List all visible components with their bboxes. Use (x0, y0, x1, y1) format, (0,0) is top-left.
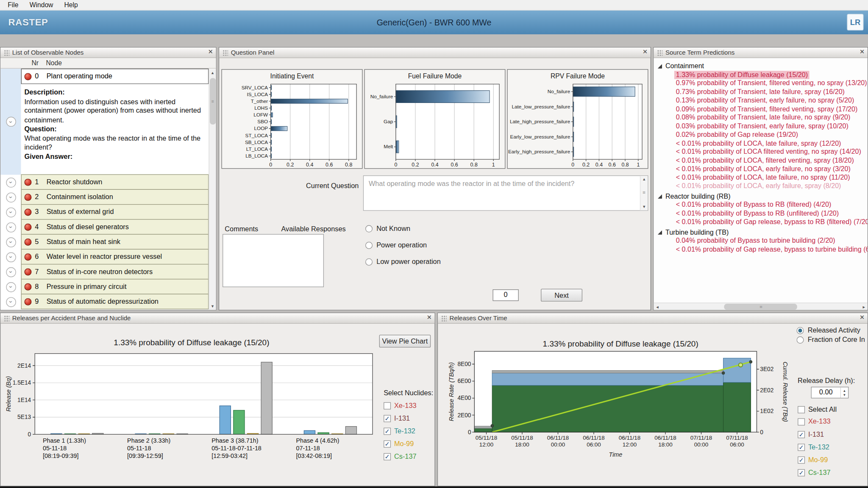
node-row[interactable]: ›5Status of main heat sink (0, 235, 216, 250)
drag-grip-icon[interactable] (4, 50, 9, 55)
expander-icon[interactable] (658, 194, 662, 199)
tree-group[interactable]: Reactor building (RB) (656, 192, 868, 201)
comments-input[interactable] (223, 234, 324, 287)
scroll-thumb[interactable]: ≡ (643, 190, 645, 196)
checkbox-icon[interactable] (798, 418, 805, 425)
nuclide-checkbox-row[interactable]: ✓I-131 (798, 430, 830, 438)
node-row[interactable]: ›2Containment isolation (0, 190, 216, 205)
nuclide-checkbox-row[interactable]: ✓Mo-99 (798, 456, 830, 463)
mode-fraction-of-core[interactable]: Fraction of Core In (797, 336, 868, 344)
prediction-item[interactable]: 0.13% probability of Transient, early fa… (674, 96, 856, 105)
scroll-up-icon[interactable]: ▲ (642, 176, 646, 183)
spinner-up-icon[interactable]: ▲ (843, 389, 846, 392)
close-icon[interactable]: ✕ (860, 314, 865, 321)
node-row[interactable]: ›9Status of automatic depressurization (0, 294, 216, 309)
close-icon[interactable]: ✕ (860, 48, 865, 55)
radio-icon[interactable] (365, 258, 373, 265)
close-icon[interactable]: ✕ (643, 48, 648, 55)
close-icon[interactable]: ✕ (427, 314, 432, 321)
prediction-item[interactable]: < 0.01% probability of LOCA, filtered ve… (674, 156, 856, 165)
checkbox-icon[interactable]: ✓ (798, 444, 805, 451)
prediction-item[interactable]: 1.33% probability of Diffuse leakage (15… (674, 71, 810, 79)
phase-panel-header[interactable]: Releases per Accident Phase and Nuclide … (0, 313, 434, 324)
nodes-scrollbar[interactable]: ▲ ≡ ▼ (209, 69, 216, 310)
menu-help[interactable]: Help (58, 0, 83, 10)
nuclide-checkbox-row[interactable]: ✓I-131 (384, 414, 434, 422)
expand-chevron-icon[interactable]: › (6, 267, 16, 277)
prediction-item[interactable]: < 0.01% probability of LOCA, early failu… (674, 182, 843, 191)
checkbox-icon[interactable]: ✓ (384, 415, 391, 422)
expand-chevron-icon[interactable]: › (6, 192, 16, 202)
expand-chevron-icon[interactable]: › (6, 237, 16, 247)
next-button[interactable]: Next (541, 289, 582, 302)
question-counter-input[interactable]: 0 (492, 289, 518, 301)
prediction-item[interactable]: < 0.01% probability of Bypass to RB (unf… (674, 209, 840, 218)
node-row[interactable]: ›8Pressure in primary circuit (0, 280, 216, 294)
expand-chevron-icon[interactable]: › (6, 297, 16, 307)
scroll-down-icon[interactable]: ▼ (209, 302, 216, 310)
response-option-low-power-operation[interactable]: Low power operation (365, 258, 441, 266)
drag-grip-icon[interactable] (4, 315, 9, 321)
prediction-item[interactable]: < 0.01% probability of LOCA, late failur… (674, 139, 843, 147)
menu-window[interactable]: Window (24, 0, 59, 10)
nuclide-checkbox-row[interactable]: ✓Cs-137 (384, 452, 434, 460)
question-scrollbar[interactable]: ▲ ≡ ▼ (640, 176, 648, 210)
release-delay-spinner[interactable]: 0.00 ▲ ▼ (811, 387, 849, 398)
checkbox-icon[interactable] (798, 406, 805, 413)
drag-grip-icon[interactable] (657, 50, 662, 55)
expand-chevron-icon[interactable]: › (6, 222, 16, 232)
time-panel-header[interactable]: Releases Over Time ✕ (438, 313, 868, 324)
select-all-checkbox-row[interactable]: Select All (798, 405, 837, 413)
prediction-item[interactable]: < 0.01% probability of LOCA filtered ven… (674, 148, 863, 156)
prediction-item[interactable]: 0.02% probability of Gap release (19/20) (674, 130, 800, 139)
drag-grip-icon[interactable] (223, 50, 228, 55)
nuclide-checkbox-row[interactable]: ✓Te-132 (798, 443, 830, 451)
prediction-item[interactable]: < 0.01% probability of Bypass to RB (fil… (674, 201, 833, 209)
scroll-thumb[interactable]: ≡ (724, 303, 797, 309)
drag-grip-icon[interactable] (441, 315, 447, 321)
nuclide-checkbox-row[interactable]: Xe-133 (798, 418, 830, 425)
node-row-selected[interactable]: 0 Plant operating mode (21, 69, 209, 84)
nuclide-checkbox-row[interactable]: ✓Te-132 (384, 427, 434, 435)
scroll-left-icon[interactable]: ◄ (654, 305, 661, 308)
predictions-hscrollbar[interactable]: ◄ ≡ ► (654, 302, 868, 310)
checkbox-icon[interactable]: ✓ (384, 453, 391, 460)
prediction-item[interactable]: 0.97% probability of Transient, filtered… (674, 79, 868, 88)
radio-icon[interactable] (365, 225, 373, 232)
collapse-chevron-icon[interactable]: › (6, 117, 16, 127)
prediction-item[interactable]: 0.73% probability of Transient, late fai… (674, 88, 846, 96)
response-option-not-known[interactable]: Not Known (365, 225, 410, 232)
radio-icon[interactable] (797, 336, 804, 343)
prediction-item[interactable]: 0.03% probability of Transient, early fa… (674, 122, 850, 130)
node-row[interactable]: ›6Water level in reactor pressure vessel (0, 250, 216, 264)
expander-icon[interactable] (658, 230, 662, 235)
radio-icon[interactable] (797, 327, 804, 334)
scroll-up-icon[interactable]: ▲ (209, 69, 216, 76)
checkbox-icon[interactable]: ✓ (798, 456, 805, 463)
checkbox-icon[interactable] (384, 402, 391, 409)
expand-chevron-icon[interactable]: › (6, 252, 16, 262)
prediction-item[interactable]: < 0.01% probability of Gap release, bypa… (674, 218, 868, 227)
node-row[interactable]: ›7Status of in-core neutron detectors (0, 264, 216, 279)
node-row[interactable]: ›3Status of external grid (0, 205, 216, 219)
prediction-item[interactable]: 0.09% probability of Transient, filtered… (674, 105, 859, 114)
tree-group[interactable]: Containment (656, 62, 868, 70)
scroll-down-icon[interactable]: ▼ (642, 204, 646, 211)
spinner-down-icon[interactable]: ▼ (843, 393, 846, 396)
checkbox-icon[interactable]: ✓ (798, 431, 805, 438)
scroll-right-icon[interactable]: ► (860, 305, 868, 308)
nuclide-checkbox-row[interactable]: ✓Mo-99 (384, 440, 434, 447)
current-question-box[interactable]: What operating mode was the reactor in a… (363, 175, 648, 211)
prediction-item[interactable]: < 0.01% probability of LOCA, early failu… (674, 165, 852, 173)
expand-chevron-icon[interactable]: › (6, 282, 16, 292)
view-pie-chart-button[interactable]: View Pie Chart (379, 335, 431, 347)
node-row[interactable]: ›4Status of diesel generators (0, 220, 216, 235)
question-panel-header[interactable]: Question Panel ✕ (219, 47, 650, 58)
prediction-item[interactable]: < 0.01% probability of Gap release, bypa… (674, 245, 868, 254)
nuclide-checkbox-row[interactable]: Xe-133 (384, 402, 434, 409)
mode-released-activity[interactable]: Released Activity (797, 327, 860, 334)
close-icon[interactable]: ✕ (208, 48, 213, 55)
radio-icon[interactable] (365, 241, 373, 249)
nodes-panel-header[interactable]: List of Observable Nodes ✕ (0, 47, 216, 58)
response-option-power-operation[interactable]: Power operation (365, 241, 427, 249)
